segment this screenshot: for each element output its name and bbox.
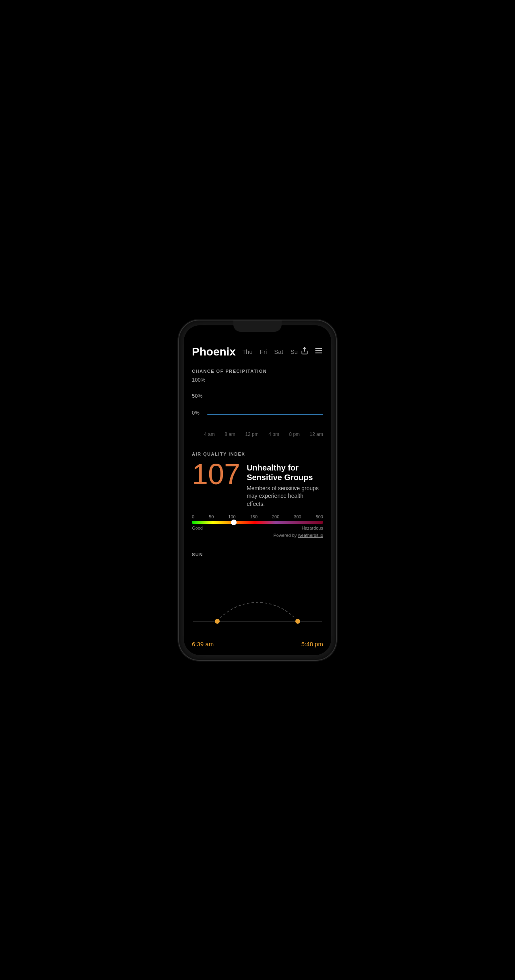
tab-fri[interactable]: Fri [260, 348, 267, 355]
aqi-content: 107 Unhealthy for Sensitive Groups Membe… [184, 460, 331, 546]
phone-screen: Phoenix Thu Fri Sat Su [184, 325, 331, 655]
svg-point-6 [295, 619, 300, 624]
aqi-gradient-bar [192, 521, 323, 524]
aqi-scale-150: 150 [250, 514, 258, 519]
aqi-bar-container: 0 50 100 150 200 300 500 Good [192, 514, 323, 530]
phone-frame: Phoenix Thu Fri Sat Su [179, 321, 336, 660]
aqi-status: Unhealthy for Sensitive Groups [247, 463, 323, 482]
aqi-description: Unhealthy for Sensitive Groups Members o… [247, 460, 323, 508]
sun-times: 6:39 am 5:48 pm [192, 637, 323, 647]
day-tabs: Thu Fri Sat Su [242, 348, 301, 355]
sunrise-time: 6:39 am [192, 641, 214, 647]
scroll-content[interactable]: Phoenix Thu Fri Sat Su [184, 325, 331, 655]
precipitation-section: CHANCE OF PRECIPITATION 100% 50% 0% 4 am… [184, 362, 331, 445]
sun-arc-container [192, 565, 323, 637]
precip-0: 0% [192, 410, 200, 416]
sunset-time: 5:48 pm [301, 641, 323, 647]
city-name: Phoenix [192, 345, 236, 358]
x-label-12pm: 12 pm [245, 431, 258, 437]
sun-content: 6:39 am 5:48 pm [184, 565, 331, 655]
aqi-scale-200: 200 [272, 514, 279, 519]
aqi-scale-500: 500 [316, 514, 323, 519]
aqi-scale-nums: 0 50 100 150 200 300 500 [192, 514, 323, 519]
aqi-detail: Members of sensitive groups may experien… [247, 485, 319, 508]
precipitation-chart: 100% 50% 0% 4 am 8 am 12 pm 4 pm 8 pm 12… [184, 377, 331, 445]
aqi-scale-300: 300 [294, 514, 301, 519]
chart-x-axis: 4 am 8 am 12 pm 4 pm 8 pm 12 am [192, 429, 323, 437]
precip-100: 100% [192, 377, 205, 383]
aqi-scale-100: 100 [228, 514, 235, 519]
aqi-hazardous-label: Hazardous [302, 526, 323, 530]
x-label-4am: 4 am [204, 431, 215, 437]
sun-label: SUN [184, 546, 331, 560]
aqi-scale-50: 50 [209, 514, 214, 519]
svg-point-5 [215, 619, 220, 624]
tab-sun[interactable]: Su [290, 348, 298, 355]
aqi-credit: Powered by weatherbit.io [192, 533, 323, 538]
aqi-value: 107 [192, 460, 240, 489]
weatherbit-link[interactable]: weatherbit.io [298, 533, 323, 538]
precip-50: 50% [192, 393, 202, 399]
share-icon[interactable] [301, 347, 309, 357]
sun-section: SUN [184, 546, 331, 655]
aqi-section: AIR QUALITY INDEX 107 Unhealthy for Sens… [184, 445, 331, 546]
tab-sat[interactable]: Sat [274, 348, 283, 355]
aqi-range-labels: Good Hazardous [192, 526, 323, 530]
chart-baseline [207, 414, 323, 414]
aqi-label: AIR QUALITY INDEX [184, 445, 331, 460]
aqi-scale-0: 0 [192, 514, 194, 519]
x-label-12am: 12 am [310, 431, 323, 437]
x-label-8am: 8 am [225, 431, 235, 437]
x-label-4pm: 4 pm [268, 431, 279, 437]
sun-arc-svg [192, 565, 323, 637]
tab-thu[interactable]: Thu [242, 348, 253, 355]
aqi-credit-text: Powered by weatherbit.io [273, 533, 323, 538]
aqi-position-marker [231, 520, 237, 525]
precipitation-label: CHANCE OF PRECIPITATION [184, 362, 331, 377]
phone-notch [233, 321, 282, 332]
x-label-8pm: 8 pm [289, 431, 300, 437]
menu-icon[interactable] [314, 346, 323, 357]
header-actions [301, 346, 323, 357]
aqi-good-label: Good [192, 526, 203, 530]
